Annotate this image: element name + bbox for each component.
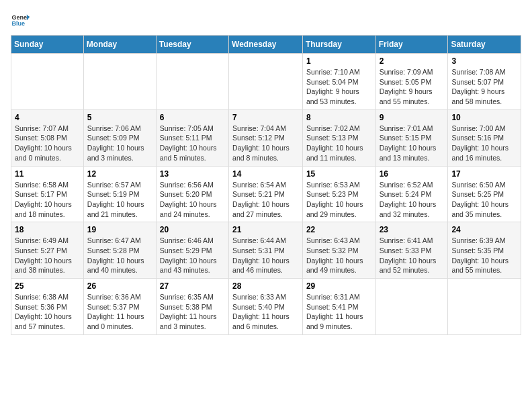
day-number: 7 — [232, 113, 299, 122]
header-thursday: Thursday — [302, 36, 375, 54]
calendar-cell — [156, 54, 228, 110]
calendar-cell: 7Sunrise: 7:04 AMSunset: 5:12 PMDaylight… — [229, 109, 303, 166]
day-number: 27 — [160, 281, 225, 291]
day-info: Sunrise: 6:35 AMSunset: 5:38 PMDaylight:… — [160, 292, 225, 332]
day-number: 10 — [451, 113, 517, 122]
calendar-cell: 24Sunrise: 6:39 AMSunset: 5:35 PMDayligh… — [448, 222, 521, 279]
calendar-header-row: SundayMondayTuesdayWednesdayThursdayFrid… — [11, 36, 521, 54]
calendar-cell: 6Sunrise: 7:05 AMSunset: 5:11 PMDaylight… — [156, 109, 228, 166]
header-tuesday: Tuesday — [156, 36, 228, 54]
calendar-cell: 11Sunrise: 6:58 AMSunset: 5:17 PMDayligh… — [11, 166, 84, 222]
header-friday: Friday — [375, 36, 448, 54]
day-number: 18 — [15, 225, 80, 234]
day-info: Sunrise: 7:04 AMSunset: 5:12 PMDaylight:… — [232, 124, 299, 163]
calendar-cell: 2Sunrise: 7:09 AMSunset: 5:05 PMDaylight… — [375, 54, 448, 110]
calendar-cell: 22Sunrise: 6:43 AMSunset: 5:32 PMDayligh… — [302, 222, 375, 279]
calendar-cell: 18Sunrise: 6:49 AMSunset: 5:27 PMDayligh… — [11, 222, 84, 279]
day-info: Sunrise: 7:00 AMSunset: 5:16 PMDaylight:… — [451, 124, 517, 163]
calendar-week-row: 1Sunrise: 7:10 AMSunset: 5:04 PMDaylight… — [11, 54, 521, 110]
day-number: 11 — [15, 169, 80, 179]
calendar-cell: 1Sunrise: 7:10 AMSunset: 5:04 PMDaylight… — [302, 54, 375, 110]
day-number: 14 — [232, 169, 299, 179]
page-header: General Blue — [11, 11, 521, 30]
day-info: Sunrise: 6:33 AMSunset: 5:40 PMDaylight:… — [232, 292, 299, 332]
calendar-cell: 19Sunrise: 6:47 AMSunset: 5:28 PMDayligh… — [83, 222, 156, 279]
day-info: Sunrise: 7:06 AMSunset: 5:09 PMDaylight:… — [87, 124, 152, 163]
day-number: 21 — [232, 225, 299, 234]
calendar-week-row: 25Sunrise: 6:38 AMSunset: 5:36 PMDayligh… — [11, 279, 521, 335]
day-info: Sunrise: 6:54 AMSunset: 5:21 PMDaylight:… — [232, 180, 299, 220]
day-number: 5 — [87, 113, 152, 122]
day-info: Sunrise: 6:46 AMSunset: 5:29 PMDaylight:… — [160, 236, 225, 275]
day-number: 4 — [15, 113, 80, 122]
header-saturday: Saturday — [448, 36, 521, 54]
day-number: 3 — [451, 56, 517, 66]
calendar-cell: 14Sunrise: 6:54 AMSunset: 5:21 PMDayligh… — [229, 166, 303, 222]
day-number: 23 — [380, 225, 445, 234]
calendar-cell: 23Sunrise: 6:41 AMSunset: 5:33 PMDayligh… — [375, 222, 448, 279]
calendar-cell: 26Sunrise: 6:36 AMSunset: 5:37 PMDayligh… — [83, 279, 156, 335]
day-number: 25 — [15, 281, 80, 291]
calendar-cell: 8Sunrise: 7:02 AMSunset: 5:13 PMDaylight… — [302, 109, 375, 166]
day-number: 2 — [380, 56, 445, 66]
header-wednesday: Wednesday — [229, 36, 303, 54]
calendar-week-row: 18Sunrise: 6:49 AMSunset: 5:27 PMDayligh… — [11, 222, 521, 279]
day-info: Sunrise: 6:36 AMSunset: 5:37 PMDaylight:… — [87, 292, 152, 332]
header-sunday: Sunday — [11, 36, 84, 54]
day-number: 12 — [87, 169, 152, 179]
calendar-cell — [229, 54, 303, 110]
calendar-cell: 5Sunrise: 7:06 AMSunset: 5:09 PMDaylight… — [83, 109, 156, 166]
day-number: 22 — [306, 225, 372, 234]
calendar-cell: 25Sunrise: 6:38 AMSunset: 5:36 PMDayligh… — [11, 279, 84, 335]
day-info: Sunrise: 6:39 AMSunset: 5:35 PMDaylight:… — [451, 236, 517, 275]
calendar-cell — [375, 279, 448, 335]
day-info: Sunrise: 7:09 AMSunset: 5:05 PMDaylight:… — [380, 67, 445, 107]
calendar-cell: 27Sunrise: 6:35 AMSunset: 5:38 PMDayligh… — [156, 279, 228, 335]
day-info: Sunrise: 7:10 AMSunset: 5:04 PMDaylight:… — [306, 67, 372, 107]
calendar-cell: 28Sunrise: 6:33 AMSunset: 5:40 PMDayligh… — [229, 279, 303, 335]
day-info: Sunrise: 7:05 AMSunset: 5:11 PMDaylight:… — [160, 124, 225, 163]
calendar-week-row: 11Sunrise: 6:58 AMSunset: 5:17 PMDayligh… — [11, 166, 521, 222]
calendar-cell: 10Sunrise: 7:00 AMSunset: 5:16 PMDayligh… — [448, 109, 521, 166]
day-number: 28 — [232, 281, 299, 291]
day-info: Sunrise: 6:58 AMSunset: 5:17 PMDaylight:… — [15, 180, 80, 220]
day-info: Sunrise: 6:43 AMSunset: 5:32 PMDaylight:… — [306, 236, 372, 275]
calendar-cell: 16Sunrise: 6:52 AMSunset: 5:24 PMDayligh… — [375, 166, 448, 222]
day-number: 24 — [451, 225, 517, 234]
day-info: Sunrise: 6:41 AMSunset: 5:33 PMDaylight:… — [380, 236, 445, 275]
day-number: 17 — [451, 169, 517, 179]
day-info: Sunrise: 6:38 AMSunset: 5:36 PMDaylight:… — [15, 292, 80, 332]
day-info: Sunrise: 6:57 AMSunset: 5:19 PMDaylight:… — [87, 180, 152, 220]
day-info: Sunrise: 7:02 AMSunset: 5:13 PMDaylight:… — [306, 124, 372, 163]
calendar-cell: 20Sunrise: 6:46 AMSunset: 5:29 PMDayligh… — [156, 222, 228, 279]
calendar-cell: 17Sunrise: 6:50 AMSunset: 5:25 PMDayligh… — [448, 166, 521, 222]
day-info: Sunrise: 6:47 AMSunset: 5:28 PMDaylight:… — [87, 236, 152, 275]
calendar-cell: 3Sunrise: 7:08 AMSunset: 5:07 PMDaylight… — [448, 54, 521, 110]
calendar-cell — [448, 279, 521, 335]
day-info: Sunrise: 7:07 AMSunset: 5:08 PMDaylight:… — [15, 124, 80, 163]
day-number: 9 — [380, 113, 445, 122]
day-info: Sunrise: 6:53 AMSunset: 5:23 PMDaylight:… — [306, 180, 372, 220]
day-number: 1 — [306, 56, 372, 66]
calendar-cell — [83, 54, 156, 110]
calendar-cell: 13Sunrise: 6:56 AMSunset: 5:20 PMDayligh… — [156, 166, 228, 222]
day-info: Sunrise: 6:44 AMSunset: 5:31 PMDaylight:… — [232, 236, 299, 275]
day-number: 16 — [380, 169, 445, 179]
calendar-table: SundayMondayTuesdayWednesdayThursdayFrid… — [11, 35, 521, 335]
day-number: 29 — [306, 281, 372, 291]
calendar-cell: 21Sunrise: 6:44 AMSunset: 5:31 PMDayligh… — [229, 222, 303, 279]
calendar-cell: 4Sunrise: 7:07 AMSunset: 5:08 PMDaylight… — [11, 109, 84, 166]
day-number: 15 — [306, 169, 372, 179]
day-number: 13 — [160, 169, 225, 179]
day-info: Sunrise: 6:50 AMSunset: 5:25 PMDaylight:… — [451, 180, 517, 220]
day-number: 8 — [306, 113, 372, 122]
day-info: Sunrise: 6:49 AMSunset: 5:27 PMDaylight:… — [15, 236, 80, 275]
calendar-cell: 12Sunrise: 6:57 AMSunset: 5:19 PMDayligh… — [83, 166, 156, 222]
logo-icon: General Blue — [11, 11, 30, 30]
calendar-cell: 29Sunrise: 6:31 AMSunset: 5:41 PMDayligh… — [302, 279, 375, 335]
day-info: Sunrise: 6:31 AMSunset: 5:41 PMDaylight:… — [306, 292, 372, 332]
calendar-week-row: 4Sunrise: 7:07 AMSunset: 5:08 PMDaylight… — [11, 109, 521, 166]
day-number: 6 — [160, 113, 225, 122]
logo: General Blue — [11, 11, 32, 30]
day-info: Sunrise: 7:01 AMSunset: 5:15 PMDaylight:… — [380, 124, 445, 163]
